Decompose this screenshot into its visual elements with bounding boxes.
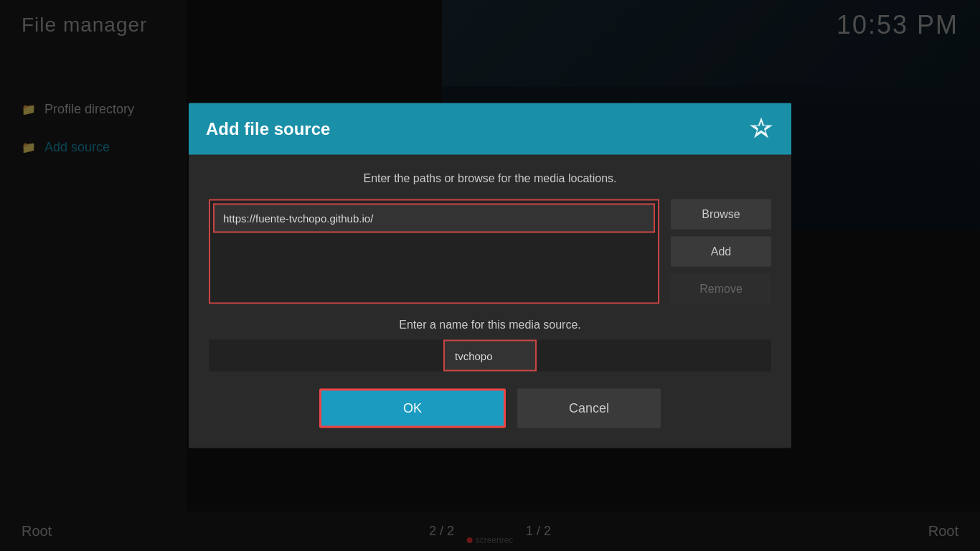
path-section: https://fuente-tvchopo.github.io/ Browse… [209,199,771,304]
browse-button[interactable]: Browse [671,199,771,230]
add-button[interactable]: Add [671,237,771,267]
name-label: Enter a name for this media source. [209,319,771,331]
dialog-subtitle: Enter the paths or browse for the media … [209,172,771,185]
name-input-right [537,340,771,372]
kodi-logo-icon [748,116,774,142]
path-buttons: Browse Add Remove [671,199,771,304]
path-empty-space [213,233,655,291]
name-section: Enter a name for this media source. tvch… [209,319,771,372]
dialog-header: Add file source [189,103,791,155]
cancel-button[interactable]: Cancel [517,389,661,428]
name-input-row[interactable]: tvchopo [209,340,771,372]
dialog-title: Add file source [206,119,330,139]
add-file-source-dialog: Add file source Enter the paths or brows… [189,103,791,448]
path-list[interactable]: https://fuente-tvchopo.github.io/ [209,199,659,304]
path-item[interactable]: https://fuente-tvchopo.github.io/ [213,204,655,233]
action-buttons: OK Cancel [209,389,771,428]
name-value[interactable]: tvchopo [443,340,537,372]
ok-button[interactable]: OK [319,389,506,428]
remove-button[interactable]: Remove [671,274,771,304]
name-input-left [209,340,443,372]
dialog-body: Enter the paths or browse for the media … [189,155,791,448]
